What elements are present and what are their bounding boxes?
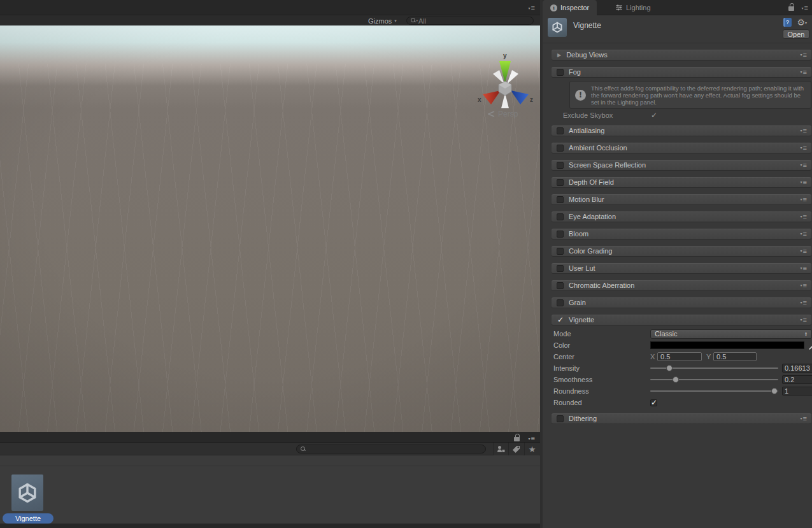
- unlock-icon[interactable]: [514, 435, 520, 443]
- gizmos-label: Gizmos: [368, 17, 392, 25]
- color-row: Color: [553, 340, 812, 350]
- effect-menu-icon[interactable]: ▾≡: [801, 299, 807, 306]
- inspector-panel: i Inspector Lighting ▾≡ Vignette ? ⚙▾: [540, 0, 812, 528]
- scene-search-input[interactable]: ▾ All: [406, 17, 534, 25]
- mode-dropdown[interactable]: Classic ▲▼: [650, 329, 812, 339]
- effect-row-depth-of-field[interactable]: Depth Of Field ▾≡: [552, 177, 811, 187]
- effect-menu-icon[interactable]: ▾≡: [801, 145, 807, 152]
- scene-orientation-gizmo[interactable]: y x z: [476, 52, 535, 113]
- effect-row-antialiasing[interactable]: Antialiasing ▾≡: [552, 125, 811, 136]
- vignette-enable-checkbox[interactable]: [557, 317, 564, 324]
- project-pane-menu-icon[interactable]: ▾≡: [529, 435, 535, 442]
- fog-warning-box: ! This effect adds fog compatibility to …: [569, 81, 811, 109]
- effect-row-dithering[interactable]: Dithering ▾≡: [552, 413, 811, 424]
- intensity-value-field[interactable]: 0.16613: [782, 364, 812, 373]
- gear-icon[interactable]: ⚙▾: [797, 17, 807, 27]
- fog-warning-text: This effect adds fog compatibility to th…: [591, 85, 806, 106]
- effect-menu-icon[interactable]: ▾≡: [801, 282, 807, 289]
- scene-view: ▾≡ Gizmos ▾ ▾ All: [0, 0, 540, 432]
- tag-icon: [512, 445, 520, 453]
- scene-viewport[interactable]: y x z Persp: [0, 25, 540, 432]
- project-search-input[interactable]: [296, 445, 486, 453]
- foldout-arrow-icon[interactable]: ▶: [557, 52, 561, 58]
- scene-search-filter: All: [418, 17, 426, 25]
- effect-menu-icon[interactable]: ▾≡: [801, 415, 807, 422]
- fog-enable-checkbox[interactable]: [557, 69, 564, 76]
- star-icon: ★: [529, 445, 536, 454]
- slider-thumb[interactable]: [666, 365, 673, 371]
- effect-menu-icon[interactable]: ▾≡: [801, 213, 807, 220]
- x-axis-cone[interactable]: [483, 90, 501, 104]
- effect-enable-checkbox[interactable]: [557, 231, 564, 238]
- exclude-skybox-row: Exclude Skybox: [553, 110, 812, 120]
- effect-enable-checkbox[interactable]: [557, 265, 564, 272]
- effect-enable-checkbox[interactable]: [557, 248, 564, 255]
- effect-enable-checkbox[interactable]: [557, 145, 564, 152]
- info-icon: i: [550, 4, 557, 11]
- effect-row-ambient-occlusion[interactable]: Ambient Occlusion ▾≡: [552, 143, 811, 153]
- effect-menu-icon[interactable]: ▾≡: [801, 248, 807, 255]
- inspector-header: Vignette ? ⚙▾ Open: [543, 15, 812, 43]
- search-icon: ▾: [411, 18, 417, 24]
- effect-enable-checkbox[interactable]: [557, 282, 564, 289]
- effect-menu-icon[interactable]: ▾≡: [801, 162, 807, 169]
- help-icon[interactable]: ?: [783, 18, 792, 27]
- warning-icon: !: [575, 90, 586, 101]
- smoothness-value-field[interactable]: 0.2: [782, 375, 812, 384]
- color-swatch[interactable]: [650, 341, 804, 349]
- center-x-field[interactable]: 0.5: [657, 352, 702, 361]
- effect-enable-checkbox[interactable]: [557, 127, 564, 134]
- exclude-skybox-checkbox[interactable]: [650, 112, 657, 119]
- asset-thumbnail-vignette[interactable]: [11, 474, 43, 511]
- search-by-type-button[interactable]: [493, 443, 508, 455]
- effect-row-fog[interactable]: Fog ▾≡: [552, 67, 811, 77]
- effect-row-motion-blur[interactable]: Motion Blur ▾≡: [552, 194, 811, 204]
- effect-enable-checkbox[interactable]: [557, 299, 564, 306]
- z-axis-cone[interactable]: [511, 90, 529, 104]
- asset-label-vignette[interactable]: Vignette: [3, 513, 53, 524]
- effect-row-debug-views[interactable]: ▶ Debug Views ▾≡: [552, 50, 811, 60]
- effect-menu-icon[interactable]: ▾≡: [801, 69, 807, 76]
- effect-menu-icon[interactable]: ▾≡: [801, 317, 807, 324]
- effect-enable-checkbox[interactable]: [557, 162, 564, 169]
- effect-enable-checkbox[interactable]: [557, 196, 564, 203]
- gizmos-dropdown[interactable]: Gizmos ▾: [366, 17, 399, 25]
- center-y-label: Y: [706, 353, 711, 360]
- center-y-field[interactable]: 0.5: [713, 352, 757, 361]
- effect-menu-icon[interactable]: ▾≡: [801, 52, 807, 59]
- open-button[interactable]: Open: [783, 29, 809, 39]
- slider-thumb[interactable]: [673, 376, 679, 383]
- roundness-value-field[interactable]: 1: [782, 387, 812, 396]
- effect-menu-icon[interactable]: ▾≡: [801, 127, 807, 134]
- slider-thumb[interactable]: [771, 388, 778, 394]
- smoothness-slider[interactable]: [650, 375, 778, 385]
- lock-icon[interactable]: [788, 4, 794, 12]
- center-row: Center X 0.5 Y 0.5: [553, 352, 812, 362]
- effect-menu-icon[interactable]: ▾≡: [801, 231, 807, 238]
- rounded-checkbox[interactable]: [650, 399, 657, 406]
- effect-row-bloom[interactable]: Bloom ▾≡: [552, 229, 811, 239]
- effect-enable-checkbox[interactable]: [557, 213, 564, 220]
- effect-row-color-grading[interactable]: Color Grading ▾≡: [552, 246, 811, 256]
- search-by-label-button[interactable]: [508, 443, 524, 455]
- effect-row-user-lut[interactable]: User Lut ▾≡: [552, 263, 811, 273]
- effect-row-grain[interactable]: Grain ▾≡: [552, 297, 811, 308]
- eyedropper-icon[interactable]: [808, 341, 812, 350]
- intensity-slider[interactable]: [650, 363, 778, 373]
- favorites-button[interactable]: ★: [524, 443, 539, 455]
- effect-row-screen-space-reflection[interactable]: Screen Space Reflection ▾≡: [552, 160, 811, 170]
- inspector-pane-menu-icon[interactable]: ▾≡: [802, 4, 808, 11]
- scene-pane-menu-icon[interactable]: ▾≡: [529, 4, 535, 11]
- roundness-slider[interactable]: [650, 386, 778, 396]
- tab-lighting[interactable]: Lighting: [608, 0, 659, 15]
- tab-inspector[interactable]: i Inspector: [543, 0, 597, 15]
- effect-row-eye-adaptation[interactable]: Eye Adaptation ▾≡: [552, 211, 811, 222]
- perspective-toggle[interactable]: Persp: [488, 110, 518, 118]
- effect-enable-checkbox[interactable]: [557, 415, 564, 422]
- effect-row-chromatic-aberration[interactable]: Chromatic Aberration ▾≡: [552, 280, 811, 290]
- effect-menu-icon[interactable]: ▾≡: [801, 179, 807, 186]
- effect-menu-icon[interactable]: ▾≡: [801, 196, 807, 203]
- effect-row-vignette[interactable]: Vignette ▾≡: [552, 315, 811, 325]
- effect-menu-icon[interactable]: ▾≡: [801, 265, 807, 272]
- effect-enable-checkbox[interactable]: [557, 179, 564, 186]
